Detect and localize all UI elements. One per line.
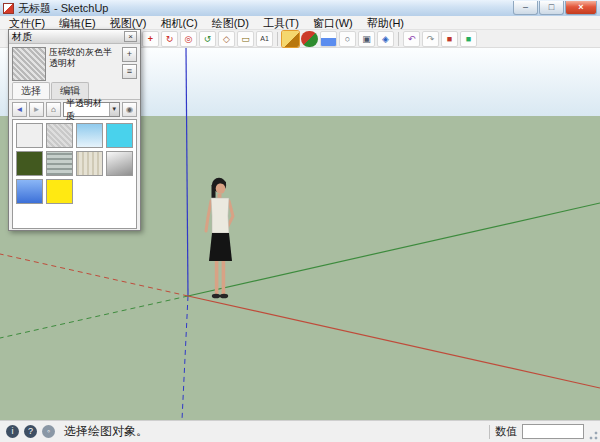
materials-panel-title: 材质 — [12, 30, 32, 44]
tab-select[interactable]: 选择 — [12, 82, 50, 99]
panel-close-icon[interactable]: × — [124, 31, 137, 42]
follow-me-icon[interactable]: ↺ — [199, 31, 216, 47]
window-title: 无标题 - SketchUp — [18, 1, 108, 16]
sketchup-logo-icon — [3, 3, 14, 14]
help-icon[interactable]: ? — [24, 425, 37, 438]
window-controls: – □ × — [512, 1, 597, 15]
offset-icon[interactable]: ◎ — [180, 31, 197, 47]
menu-view[interactable]: 视图(V) — [103, 16, 154, 30]
minimize-button[interactable]: – — [513, 1, 538, 15]
material-swatch[interactable] — [76, 151, 103, 176]
scale-icon[interactable]: ◇ — [218, 31, 235, 47]
zoom-icon[interactable]: ○ — [339, 31, 356, 47]
menu-camera[interactable]: 相机(C) — [153, 16, 204, 30]
info-icon[interactable]: i — [6, 425, 19, 438]
material-side-buttons: + ≡ — [122, 47, 137, 81]
menu-window[interactable]: 窗口(W) — [306, 16, 360, 30]
resize-grip[interactable] — [587, 429, 599, 441]
toolbar-separator — [277, 32, 278, 46]
zoom-extents-icon[interactable]: ◈ — [377, 31, 394, 47]
material-name: 压碎纹的灰色半透明材 — [49, 47, 119, 81]
back-arrow-icon[interactable]: ◄ — [12, 102, 27, 117]
zoom-window-icon[interactable]: ▣ — [358, 31, 375, 47]
material-swatch[interactable] — [106, 123, 133, 148]
text-icon[interactable]: A1 — [256, 31, 273, 47]
menu-draw[interactable]: 绘图(D) — [205, 16, 256, 30]
toolbar-separator — [398, 32, 399, 46]
next-view-icon[interactable]: ↷ — [422, 31, 439, 47]
material-swatch[interactable] — [106, 151, 133, 176]
menu-file[interactable]: 文件(F) — [2, 16, 52, 30]
orbit-icon[interactable] — [301, 31, 318, 47]
menu-tools[interactable]: 工具(T) — [256, 16, 306, 30]
sketchup-window: 无标题 - SketchUp – □ × 文件(F) 编辑(E) 视图(V) 相… — [0, 0, 600, 442]
paint-bucket-icon[interactable] — [282, 31, 299, 47]
red-box-icon[interactable]: ■ — [441, 31, 458, 47]
tape-measure-icon[interactable]: ▭ — [237, 31, 254, 47]
create-material-icon[interactable]: + — [122, 47, 137, 62]
chevron-down-icon: ▼ — [109, 103, 119, 116]
material-swatch[interactable] — [76, 123, 103, 148]
material-preview-row: 压碎纹的灰色半透明材 + ≡ — [9, 44, 140, 84]
materials-panel[interactable]: 材质 × 压碎纹的灰色半透明材 + ≡ 选择 编辑 ◄ ► ⌂ 半透明材质 ▼ … — [8, 29, 141, 231]
status-message: 选择绘图对象。 — [64, 423, 148, 440]
material-swatch[interactable] — [46, 179, 73, 204]
measurement-section: 数值 — [489, 424, 594, 439]
close-button[interactable]: × — [565, 1, 597, 15]
status-bar: i ? ◦ 选择绘图对象。 数值 — [0, 420, 600, 442]
measurement-input[interactable] — [522, 424, 584, 439]
home-icon[interactable]: ⌂ — [46, 102, 61, 117]
forward-arrow-icon[interactable]: ► — [29, 102, 44, 117]
material-swatch-grid — [12, 119, 137, 229]
measurement-label: 数值 — [495, 424, 517, 439]
rotate-icon[interactable]: ↻ — [161, 31, 178, 47]
maximize-button[interactable]: □ — [539, 1, 564, 15]
title-bar[interactable]: 无标题 - SketchUp – □ × — [0, 0, 600, 16]
material-swatch[interactable] — [46, 151, 73, 176]
green-box-icon[interactable]: ■ — [460, 31, 477, 47]
materials-panel-titlebar[interactable]: 材质 × — [9, 30, 140, 44]
previous-view-icon[interactable]: ↶ — [403, 31, 420, 47]
material-swatch[interactable] — [16, 179, 43, 204]
move-icon[interactable]: + — [142, 31, 159, 47]
menu-help[interactable]: 帮助(H) — [360, 16, 411, 30]
menu-edit[interactable]: 编辑(E) — [52, 16, 103, 30]
material-swatch[interactable] — [46, 123, 73, 148]
material-category-value: 半透明材质 — [66, 97, 109, 123]
sample-paint-icon[interactable]: ◉ — [122, 102, 137, 117]
materials-nav-row: ◄ ► ⌂ 半透明材质 ▼ ◉ — [9, 100, 140, 119]
material-preview-thumbnail — [12, 47, 46, 81]
material-swatch[interactable] — [16, 123, 43, 148]
menu-bar: 文件(F) 编辑(E) 视图(V) 相机(C) 绘图(D) 工具(T) 窗口(W… — [0, 16, 600, 30]
show-panes-icon[interactable]: ≡ — [122, 64, 137, 79]
material-swatch[interactable] — [16, 151, 43, 176]
pan-icon[interactable] — [320, 31, 337, 47]
material-category-dropdown[interactable]: 半透明材质 ▼ — [63, 102, 120, 117]
statusbar-divider — [489, 425, 490, 439]
attribution-icon[interactable]: ◦ — [42, 425, 55, 438]
